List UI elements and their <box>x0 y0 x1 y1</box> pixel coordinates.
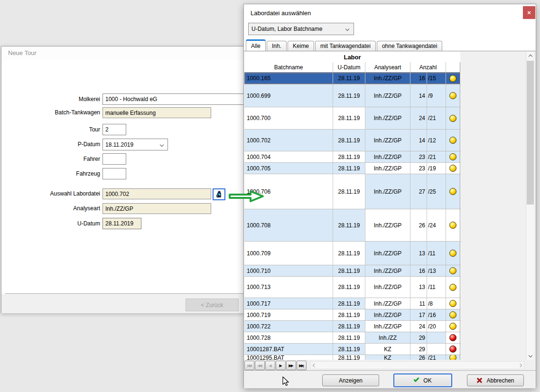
table-row[interactable]: 1000.70028.11.19Inh./ZZ/GP24/21 <box>244 107 461 130</box>
tab-inh-[interactable]: Inh. <box>267 41 287 51</box>
cell-analyse: Inh./ZZ/GP <box>365 84 410 107</box>
cell-analyse: KZ <box>365 344 410 355</box>
table-row[interactable]: 10001287.BAT28.11.19KZ29 <box>244 344 461 355</box>
sort-dropdown[interactable]: U-Datum, Labor Batchname <box>248 23 354 35</box>
cell-udatum: 28.11.19 <box>333 265 365 276</box>
p-datum-combobox[interactable]: 18.11.2019 <box>102 139 168 150</box>
cell-n2 <box>427 332 446 343</box>
cell-batch: 1000.719 <box>244 309 333 320</box>
fast-rewind-button[interactable]: ◀◀ <box>255 361 265 370</box>
next-record-button[interactable]: ▶ <box>276 361 286 370</box>
filter-tabbar: AlleInh.Keimemit Tankwagendateiohne Tank… <box>246 39 443 51</box>
prior-record-button[interactable]: ◀ <box>265 361 275 370</box>
fast-forward-button[interactable]: ▶▶ <box>286 361 296 370</box>
tab-alle[interactable]: Alle <box>246 39 266 51</box>
table-row[interactable]: 1000.71928.11.19Inh./ZZ/GP17/16 <box>244 309 461 321</box>
table-row[interactable]: 1000.71028.11.19Inh./ZZ/GP16/13 <box>244 265 461 277</box>
table-row[interactable]: 1000.71328.11.19Inh./ZZ/GP13/11 <box>244 277 461 298</box>
column-header-anzahl[interactable]: Anzahl <box>410 62 446 72</box>
cell-stat <box>446 321 460 332</box>
yellow-status-icon <box>449 284 456 291</box>
last-record-button[interactable]: ▶▶| <box>297 361 307 370</box>
zurueck-button[interactable]: < Zurück <box>186 299 239 311</box>
cell-n2: /16 <box>427 309 446 320</box>
fahrzeug-label: Fahrzeug <box>5 168 100 179</box>
vertical-scrollbar[interactable] <box>526 52 534 360</box>
table-row[interactable]: 1000.70528.11.19Inh./ZZ/GP23/19 <box>244 163 461 174</box>
table-row[interactable]: 1000.69928.11.19Inh./ZZ/GP14/9 <box>244 84 461 107</box>
yellow-status-icon <box>449 323 456 330</box>
u-datum-field[interactable]: 28.11.2019 <box>102 218 141 229</box>
cell-stat <box>446 242 460 265</box>
ok-button[interactable]: OK <box>393 373 452 387</box>
tour-field[interactable]: 2 <box>102 124 126 135</box>
table-row[interactable]: 10001295.BAT28.11.19KZ26/21 <box>244 355 461 360</box>
tab-label: Inh. <box>272 43 281 49</box>
batch-tankwagen-label: Batch-Tankwagen <box>5 107 100 118</box>
molkerei-field[interactable]: 1000 - Hochwald eG <box>102 93 260 105</box>
table-row[interactable]: 1000.70928.11.19Inh./ZZ/GP13/11 <box>244 242 461 265</box>
fahrzeug-field[interactable] <box>102 168 126 179</box>
chevron-down-icon <box>528 353 532 357</box>
anzeigen-button[interactable]: Anzeigen <box>322 374 379 386</box>
tab-ohne-tankwagendatei[interactable]: ohne Tankwagendatei <box>377 41 443 51</box>
cell-batch: 1000.713 <box>244 277 333 298</box>
cell-analyse: Inh./ZZ/GP <box>365 130 410 151</box>
cell-n1: 29 <box>410 344 427 355</box>
batch-tankwagen-field[interactable]: manuelle Erfassung <box>102 107 211 118</box>
cancel-x-icon <box>476 377 483 383</box>
scroll-up-arrow[interactable] <box>526 52 534 60</box>
p-datum-label: P-Datum <box>5 139 100 150</box>
abbrechen-button[interactable]: Abbrechen <box>467 374 524 386</box>
cell-udatum: 28.11.19 <box>333 163 365 174</box>
table-row[interactable]: 1000.16528.11.19Inh./ZZ/GP16/15 <box>244 73 461 84</box>
cell-n1: 14 <box>410 130 427 151</box>
cell-batch: 10001295.BAT <box>244 355 333 360</box>
table-row[interactable]: 1000.70828.11.19Inh./ZZ/GP26/24 <box>244 209 461 242</box>
tab-keime[interactable]: Keime <box>288 41 314 51</box>
labordatei-lookup-button[interactable] <box>213 188 225 200</box>
cell-udatum: 28.11.19 <box>333 84 365 107</box>
cell-udatum: 28.11.19 <box>333 332 365 343</box>
table-row[interactable]: 1000.70228.11.19Inh./ZZ/GP14/12 <box>244 130 461 151</box>
cell-udatum: 28.11.19 <box>333 309 365 320</box>
neue-tour-titlebar: Neue Tour <box>1 47 264 60</box>
cell-n2: /9 <box>427 84 446 107</box>
cell-n2: /8 <box>427 298 446 309</box>
tab-label: ohne Tankwagendatei <box>382 43 438 49</box>
auswahl-labordatei-label: Auswahl Labordatei <box>5 188 100 199</box>
dialog-titlebar: Labordatei auswählen <box>244 4 536 22</box>
cell-stat <box>446 84 460 107</box>
cell-analyse: Inh./ZZ/GP <box>365 107 410 129</box>
table-row[interactable]: 1000.72228.11.19Inh./ZZ/GP24/20 <box>244 321 461 332</box>
cell-analyse: Inh./ZZ/GP <box>365 298 410 309</box>
table-row[interactable]: 1000.72828.11.19Inh./ZZ29 <box>244 332 461 344</box>
tab-mit-tankwagendatei[interactable]: mit Tankwagendatei <box>315 41 376 51</box>
scroll-down-arrow[interactable] <box>526 351 534 359</box>
column-header-u-datum[interactable]: U-Datum <box>333 62 365 72</box>
auswahl-labordatei-field[interactable]: 1000.702 <box>102 188 211 199</box>
cell-n1: 11 <box>410 298 427 309</box>
red-status-icon <box>449 334 456 341</box>
cell-udatum: 28.11.19 <box>333 242 365 265</box>
yellow-status-icon <box>449 311 456 318</box>
scrollbar-thumb[interactable] <box>527 61 534 205</box>
table-row[interactable]: 1000.71728.11.19Inh./ZZ/GP11/8 <box>244 298 461 309</box>
tab-label: Keime <box>293 43 309 49</box>
yellow-status-icon <box>449 92 456 99</box>
cell-n1: 23 <box>410 151 427 162</box>
first-record-button[interactable]: |◀◀ <box>244 361 254 370</box>
horizontal-scrollbar[interactable] <box>310 361 524 369</box>
column-header-analyseart[interactable]: Analyseart <box>365 62 410 72</box>
cell-n1: 27 <box>410 174 427 209</box>
check-icon <box>414 376 419 382</box>
table-row[interactable]: 1000.70428.11.19Inh./ZZ/GP23/21 <box>244 151 461 163</box>
analyseart-field[interactable]: Inh./ZZ/GP <box>102 203 211 214</box>
close-button[interactable]: × <box>523 6 535 19</box>
column-header-batchname[interactable]: Batchname <box>244 62 333 72</box>
table-row[interactable]: 1000.70628.11.19Inh./ZZ/GP27/25 <box>244 174 461 209</box>
fahrer-field[interactable] <box>102 153 126 165</box>
yellow-status-icon <box>449 75 456 82</box>
abbrechen-button-label: Abbrechen <box>486 377 514 384</box>
yellow-status-icon <box>449 115 456 122</box>
